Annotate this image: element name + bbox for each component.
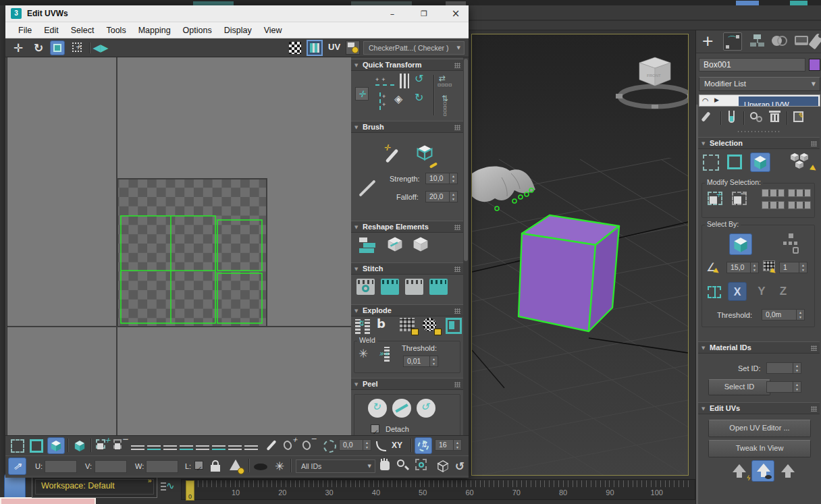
time-slider[interactable]: 0 [186,480,194,501]
space-vertical-icon[interactable] [400,74,409,88]
rollout-grip[interactable] [454,225,460,230]
polygon-mode-icon[interactable] [47,437,65,454]
hierarchy-tab-icon[interactable] [750,34,765,48]
menu-options[interactable]: Options [177,26,218,35]
peel-reset-icon[interactable]: ↺ [417,399,435,418]
edge-loop-icon-2[interactable] [147,442,161,450]
minimize-button[interactable]: – [382,7,402,21]
ring-shift-icon[interactable] [762,201,785,209]
select-id-button[interactable]: Select ID [708,379,770,395]
edge-loop-icon-3[interactable] [163,442,177,450]
select-by-element-icon[interactable] [729,233,752,255]
vertex-mode-icon[interactable] [9,438,26,454]
planar-select-icon[interactable] [708,286,721,298]
perspective-viewport[interactable]: FRONT [471,34,689,476]
polygon-subobject-icon[interactable] [750,152,770,172]
tweak-in-view-button[interactable]: Tweak In View [708,440,811,457]
quick-peel-icon[interactable]: ↻ [368,399,387,418]
paint-select-add-icon[interactable]: + [282,438,298,454]
timeline-ruler[interactable]: 102030405060708090100 0 [181,479,695,500]
uv-panel-scrollbar[interactable] [463,57,469,435]
shrink-uv-selection-icon[interactable]: − [112,438,128,454]
falloff-curve-icon[interactable] [374,438,389,454]
viewcube[interactable]: FRONT [616,57,688,109]
rollout-grip[interactable] [811,141,817,146]
rotate-tool-icon[interactable]: ↻ [31,40,46,55]
rollout-stitch-header[interactable]: ▼ Stitch [351,262,463,275]
menu-select[interactable]: Select [65,26,101,35]
hand-model[interactable] [472,167,535,211]
ring-selection-icon[interactable] [762,189,785,197]
weld-threshold-spinner[interactable]: 0,01 ▲▼ [403,356,438,367]
menu-edit[interactable]: Edit [38,26,65,35]
edge-ring-icon-4[interactable] [244,442,258,450]
menu-view[interactable]: View [258,26,288,35]
grow-selection-icon[interactable]: + [708,192,722,205]
mini-curve-editor-icon[interactable]: ∿ [161,480,178,497]
object-name-field[interactable]: Box001 [699,58,805,72]
modifier-list-dropdown[interactable]: Modifier List ▼ [699,77,820,91]
freeze-icon[interactable]: ✳ [271,458,288,474]
u-field[interactable] [45,460,77,473]
select-by-pelt-icon[interactable] [783,233,802,255]
lock-selection-icon[interactable] [209,458,224,474]
threshold-spinner[interactable]: 0,0m ▲▼ [762,309,805,320]
mat-id-filter-dropdown[interactable]: All IDs ▼ [296,459,375,473]
utilities-tab-icon[interactable] [808,33,821,50]
v-field[interactable] [95,460,127,473]
soft-selection-falloff-icon[interactable] [321,438,338,454]
loop-shift-icon[interactable] [788,201,811,209]
freeform-tool-icon[interactable] [50,40,65,55]
rollout-material-ids-header[interactable]: ▼ Material IDs [698,341,820,354]
rollout-quick-transform-header[interactable]: ▼ Quick Transform [351,59,463,71]
rollout-brush-header[interactable]: ▼ Brush [351,121,463,133]
planar-angle-spinner[interactable]: 15,0 ▲▼ [726,262,759,273]
move-tool-icon[interactable]: ✛ [11,40,26,55]
select-id-spinner[interactable]: ▲▼ [766,381,801,393]
rollout-peel-header[interactable]: ▼ Peel [351,378,463,390]
rollout-grip[interactable] [454,308,460,314]
pan-hand-icon[interactable] [378,458,393,474]
align-horizontal-icon[interactable]: ++ [375,76,394,86]
show-map-icon[interactable] [307,40,323,56]
soft-selection-radius-spinner[interactable]: 0,0 ▲▼ [339,439,371,451]
element-subobject-icon[interactable]: ▶ [789,152,816,173]
modifier-stack[interactable]: ◠ ▶ Unwrap UVW [699,94,820,107]
rollout-grip[interactable] [811,345,817,351]
panel-resize-dots[interactable] [737,130,781,133]
axis-x-button[interactable]: X [728,282,747,301]
edge-distance-spinner[interactable]: 16 ▲▼ [435,439,462,451]
modify-tab-icon[interactable]: ⌒ [723,32,742,51]
axis-y-button[interactable]: Y [752,282,771,301]
edge-ring-icon-2[interactable] [212,442,226,450]
rotate-ccw-icon[interactable]: ↺ [415,72,423,85]
stitch-custom-icon[interactable] [356,279,375,295]
weld-all-icon[interactable]: »« [379,347,395,362]
pin-stack-icon[interactable] [701,111,710,121]
edge-mode-icon[interactable] [28,438,45,454]
workspace-more-chevrons[interactable]: » [148,477,152,484]
relax-icon[interactable] [412,235,432,256]
scrollbar-thumb[interactable] [464,59,468,261]
stitch-average-icon[interactable] [405,279,423,295]
menu-tools[interactable]: Tools [100,26,132,35]
rollout-grip[interactable] [454,267,460,272]
show-end-result-icon[interactable] [729,111,735,123]
menu-file[interactable]: File [12,26,38,35]
snap-toggle-icon[interactable]: ↺ [452,458,467,474]
menu-mapping[interactable]: Mapping [132,26,177,35]
uv-space-label[interactable]: UV [328,42,340,52]
close-button[interactable]: × [446,7,466,21]
mirror-tool-icon[interactable]: ◀▶ [93,40,108,55]
texture-dropdown[interactable]: CheckerPatt...( Checker ) ▼ [363,41,465,55]
quick-planar-map-icon[interactable]: ϟ [730,463,750,482]
axis-z-button[interactable]: Z [774,282,793,301]
vertex-subobject-icon[interactable] [703,155,719,171]
flatten-by-mat-id-icon[interactable] [400,318,419,335]
lock-aspect-checkbox[interactable]: ✓ [194,461,203,470]
stitch-source-icon[interactable] [381,279,399,295]
create-tab-icon[interactable]: + [701,32,714,49]
show-checker-icon[interactable] [289,42,301,54]
display-tab-icon[interactable] [795,36,808,45]
rollout-grip[interactable] [454,63,460,68]
